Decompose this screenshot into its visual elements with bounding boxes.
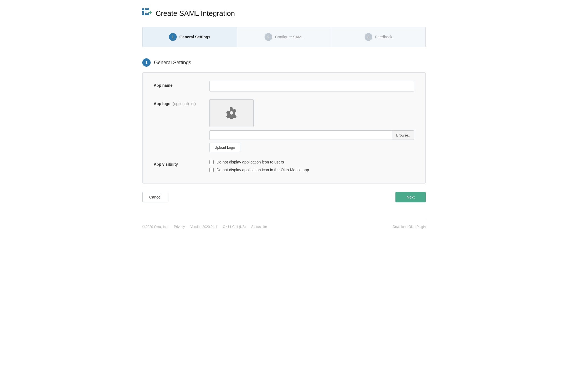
version-text: Version 2020.04.1 [190,225,217,229]
browse-button[interactable]: Browse.. [392,130,414,140]
app-name-label: App name [154,81,209,88]
svg-rect-7 [147,13,149,15]
app-visibility-control: Do not display application icon to users… [209,160,414,172]
download-plugin-link[interactable]: Download Okta Plugin [393,225,426,229]
gear-icon [226,107,237,120]
section-heading: 1 General Settings [142,58,426,67]
file-path-input[interactable] [209,130,392,140]
section-badge: 1 [142,58,151,67]
svg-rect-6 [145,13,147,15]
stepper: 1 General Settings 2 Configure SAML 3 Fe… [142,27,426,47]
privacy-link[interactable]: Privacy [174,225,185,229]
form-card: App name App logo (optional) ? [142,72,426,183]
upload-logo-button[interactable]: Upload Logo [209,143,240,152]
step-1-number: 1 [169,33,177,41]
svg-rect-9 [150,11,151,14]
optional-text: (optional) [173,101,189,106]
app-logo-label: App logo (optional) ? [154,99,209,106]
hide-from-mobile-label: Do not display application icon in the O… [216,168,309,172]
region-text: OK11 Cell (US) [223,225,246,229]
footer-links: © 2020 Okta, Inc. Privacy Version 2020.0… [142,225,267,229]
svg-rect-3 [142,11,144,13]
page-footer: © 2020 Okta, Inc. Privacy Version 2020.0… [142,219,426,229]
logo-preview [209,99,254,127]
step-3-label: Feedback [375,35,392,39]
next-button[interactable]: Next [395,192,426,202]
okta-logo-icon [142,8,152,18]
step-3-feedback[interactable]: 3 Feedback [331,27,425,47]
status-link[interactable]: Status site [251,225,267,229]
svg-rect-5 [142,13,144,15]
svg-rect-2 [147,8,149,10]
app-name-input[interactable] [209,81,414,91]
svg-rect-0 [142,8,144,10]
hide-from-users-checkbox[interactable] [209,160,214,164]
svg-rect-4 [145,11,147,13]
step-3-number: 3 [365,33,372,41]
app-visibility-row: App visibility Do not display applicatio… [154,160,414,172]
section-title: General Settings [154,60,191,66]
step-2-label: Configure SAML [275,35,304,39]
step-2-number: 2 [265,33,272,41]
checkbox-row-2: Do not display application icon in the O… [209,168,414,172]
app-name-control [209,81,414,91]
app-logo-control: Browse.. Upload Logo [209,99,414,152]
step-1-general-settings[interactable]: 1 General Settings [143,27,237,47]
file-input-row: Browse.. [209,130,414,140]
hide-from-mobile-checkbox[interactable] [209,168,214,172]
app-name-row: App name [154,81,414,91]
app-visibility-label: App visibility [154,160,209,167]
help-icon[interactable]: ? [191,102,196,106]
page-title: Create SAML Integration [156,9,235,18]
footer-actions: Cancel Next [142,192,426,202]
app-logo-row: App logo (optional) ? Browse.. Upload Lo [154,99,414,152]
checkbox-row-1: Do not display application icon to users [209,160,414,164]
cancel-button[interactable]: Cancel [142,192,168,202]
step-1-label: General Settings [180,35,210,39]
svg-rect-1 [145,8,147,10]
step-2-configure-saml[interactable]: 2 Configure SAML [237,27,332,47]
hide-from-users-label: Do not display application icon to users [216,160,284,164]
copyright-text: © 2020 Okta, Inc. [142,225,168,229]
